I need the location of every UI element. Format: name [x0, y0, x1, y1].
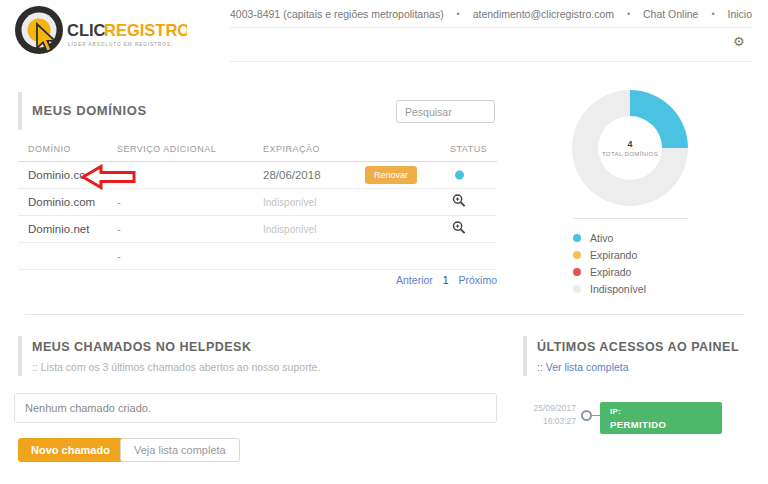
table-row: Dominio.net - Indisponível [18, 216, 497, 243]
access-time-value: 16:03:27 [526, 415, 576, 428]
legend-label: Expirado [590, 266, 631, 278]
search-input[interactable] [396, 100, 495, 123]
logo-text-clic: CLIC [67, 21, 106, 39]
nav-separator [711, 9, 714, 19]
legend-label: Indisponível [590, 283, 646, 295]
section-accent-bar [523, 336, 527, 376]
legend-item-expirado: Expirado [573, 263, 646, 280]
legend-dot-ativo [573, 234, 581, 242]
access-datetime: 25/09/2017 16:03:27 [526, 402, 576, 428]
veja-lista-completa-button[interactable]: Veja lista completa [120, 438, 240, 462]
magnifier-plus-icon [452, 194, 466, 208]
domain-expiration: 28/06/2018 [263, 169, 321, 181]
top-nav: 4003-8491 (capitais e regiões metropolit… [230, 8, 752, 20]
lookup-button[interactable] [452, 221, 466, 238]
helpdesk-section-title: MEUS CHAMADOS NO HELPDESK [32, 340, 251, 354]
legend-label: Expirando [590, 249, 637, 261]
donut-center: 4 TOTAL DOMÍNIOS [598, 116, 662, 180]
table-row: Dominio.com - Indisponível [18, 189, 497, 216]
helpdesk-empty-message: Nenhum chamado criado. [14, 393, 497, 423]
clicregistro-logo: CLIC REGISTRO LÍDER ABSOLUTO EM REGISTRO… [12, 3, 187, 57]
access-status-value: PERMITIDO [610, 419, 722, 430]
section-accent-bar [18, 92, 22, 130]
dashboard-page: CLIC REGISTRO LÍDER ABSOLUTO EM REGISTRO… [0, 0, 768, 484]
access-ip-label: IP: [610, 407, 722, 416]
domain-expiration: Indisponível [263, 197, 316, 208]
domains-table: DOMÍNIO SERVIÇO ADICIONAL EXPIRAÇÃO STAT… [18, 138, 497, 270]
domain-service: - [117, 250, 121, 262]
legend-dot-indisponivel [573, 285, 581, 293]
nav-separator [457, 9, 460, 19]
logo-text-registro: REGISTRO [104, 21, 187, 39]
timeline-marker-icon [581, 410, 592, 421]
legend-item-expirando: Expirando [573, 246, 646, 263]
col-header-domain: DOMÍNIO [28, 144, 71, 154]
domain-name: Dominio.net [28, 223, 89, 235]
helpdesk-subtitle: :: Lista com os 3 últimos chamados abert… [32, 361, 320, 373]
domain-service: - [117, 196, 121, 208]
col-header-expiration: EXPIRAÇÃO [263, 144, 320, 154]
legend-dot-expirado [573, 268, 581, 276]
nav-divider [230, 27, 752, 28]
domain-service: - [117, 223, 121, 235]
renovar-button[interactable]: Renovar [365, 166, 417, 184]
pagination-page-1[interactable]: 1 [443, 274, 449, 286]
legend-item-ativo: Ativo [573, 229, 646, 246]
total-domains-value: 4 [627, 139, 632, 149]
section-accent-bar [18, 336, 22, 376]
legend-item-indisponivel: Indisponível [573, 280, 646, 297]
header-divider [230, 61, 752, 62]
novo-chamado-button[interactable]: Novo chamado [18, 438, 123, 462]
settings-gear-icon[interactable]: ⚙ [733, 34, 745, 49]
nav-inicio[interactable]: Inicio [727, 8, 752, 20]
nav-phone: 4003-8491 (capitais e regiões metropolit… [230, 8, 444, 20]
access-date-value: 25/09/2017 [526, 402, 576, 415]
domain-expiration: Indisponível [263, 224, 316, 235]
col-header-service: SERVIÇO ADICIONAL [117, 144, 216, 154]
col-header-status: STATUS [450, 144, 487, 154]
total-domains-label: TOTAL DOMÍNIOS [602, 151, 658, 157]
chart-legend: Ativo Expirando Expirado Indisponível [573, 229, 646, 297]
magnifier-plus-icon [452, 221, 466, 235]
status-active-dot [455, 171, 464, 180]
domain-name: Dominio.com [28, 196, 95, 208]
nav-email-link[interactable]: atendimento@clicregistro.com [473, 8, 614, 20]
pagination-next[interactable]: Próximo [458, 274, 497, 286]
access-permitted-badge: IP: PERMITIDO [600, 402, 722, 434]
pagination-prev[interactable]: Anterior [396, 274, 433, 286]
red-arrow-annotation [81, 164, 137, 190]
timeline-connector [592, 415, 600, 416]
domains-section-title: MEUS DOMÍNIOS [32, 103, 147, 118]
logo-tagline: LÍDER ABSOLUTO EM REGISTROS [68, 41, 171, 47]
ver-lista-completa-link[interactable]: :: Ver lista completa [537, 361, 629, 373]
table-header-row: DOMÍNIO SERVIÇO ADICIONAL EXPIRAÇÃO STAT… [18, 138, 497, 162]
section-divider [25, 314, 745, 315]
access-section-title: ÚLTIMOS ACESSOS AO PAINEL [537, 340, 739, 354]
nav-separator [627, 9, 630, 19]
legend-label: Ativo [590, 232, 613, 244]
legend-dot-expirando [573, 251, 581, 259]
pagination: Anterior 1 Próximo [18, 274, 497, 286]
lookup-button[interactable] [452, 194, 466, 211]
table-row: - [18, 243, 497, 270]
nav-chat-online[interactable]: Chat Online [643, 8, 698, 20]
chart-divider [573, 218, 688, 219]
